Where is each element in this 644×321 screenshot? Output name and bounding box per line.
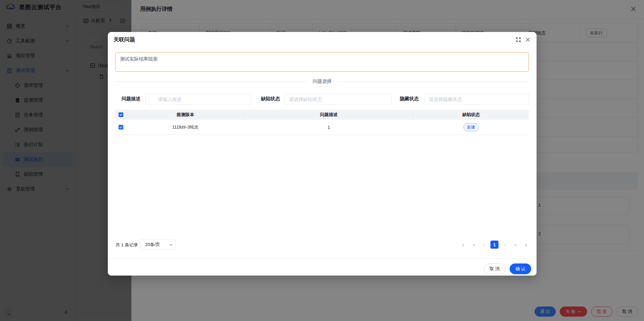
current-page-button[interactable]: 1 — [490, 241, 498, 249]
select-all-cell — [115, 112, 127, 117]
issue-table-header: 提测版本 问题描述 缺陷状态 — [115, 110, 529, 120]
cell-issue-description: 1 — [244, 125, 413, 130]
fullscreen-expand-icon[interactable] — [516, 37, 521, 42]
row-select-cell — [115, 125, 127, 130]
pagination-bar: 共 1 条记录 20条/页 |‹ « ‹ 1 › » ›| — [115, 240, 530, 250]
fast-prev-button[interactable]: « — [470, 241, 478, 249]
page-size-value: 20条/页 — [145, 242, 160, 248]
fast-next-button[interactable]: » — [511, 241, 519, 249]
cell-submit-version: 1119zlr-3轮次 — [127, 124, 244, 130]
link-issue-modal: 关联问题 测试实际结果阻塞 问题选择 问题描述 缺陷状态 隐藏状态 提测版本 问… — [108, 32, 537, 276]
issue-table: 提测版本 问题描述 缺陷状态 1119zlr-3轮次 1 新建 — [115, 110, 529, 135]
row-checkbox[interactable] — [119, 125, 123, 130]
prev-page-button[interactable]: ‹ — [480, 241, 488, 249]
screen: 星图云测试平台 iTest项目 概览 工具检测 项目管理 测试管理 需求管理 — [0, 0, 644, 321]
caret-down-icon — [170, 244, 172, 246]
table-row[interactable]: 1119zlr-3轮次 1 新建 — [115, 120, 529, 135]
modal-title: 关联问题 — [114, 36, 135, 43]
close-icon[interactable] — [525, 37, 530, 42]
first-page-button[interactable]: |‹ — [459, 241, 467, 249]
filter-label-description: 问题描述 — [122, 96, 140, 102]
modal-confirm-button[interactable]: 确 认 — [510, 263, 531, 274]
modal-footer-divider — [108, 258, 537, 259]
section-divider: 问题选择 — [115, 78, 529, 85]
section-title: 问题选择 — [308, 78, 337, 84]
modal-cancel-button[interactable]: 取 消 — [484, 263, 506, 274]
select-all-checkbox[interactable] — [119, 112, 123, 117]
description-search-input[interactable] — [146, 94, 251, 105]
filter-label-defect-status: 缺陷状态 — [261, 96, 280, 102]
filter-label-hidden-status: 隐藏状态 — [400, 96, 419, 102]
pager: |‹ « ‹ 1 › » ›| — [459, 240, 530, 250]
total-records-text: 共 1 条记录 — [116, 242, 138, 248]
modal-window-controls — [516, 37, 530, 42]
column-header: 问题描述 — [244, 112, 413, 118]
next-page-button[interactable]: › — [501, 241, 509, 249]
page-size-select[interactable]: 20条/页 — [140, 240, 176, 250]
last-page-button[interactable]: ›| — [522, 241, 530, 249]
column-header: 缺陷状态 — [413, 112, 529, 118]
cell-defect-status: 新建 — [413, 123, 529, 131]
hidden-status-select[interactable] — [424, 94, 529, 105]
column-header: 提测版本 — [127, 112, 244, 118]
result-comment-textarea[interactable]: 测试实际结果阻塞 — [115, 52, 529, 72]
modal-footer-buttons: 取 消 确 认 — [484, 263, 531, 274]
defect-status-select[interactable] — [285, 94, 392, 105]
status-tag-new: 新建 — [463, 123, 479, 131]
